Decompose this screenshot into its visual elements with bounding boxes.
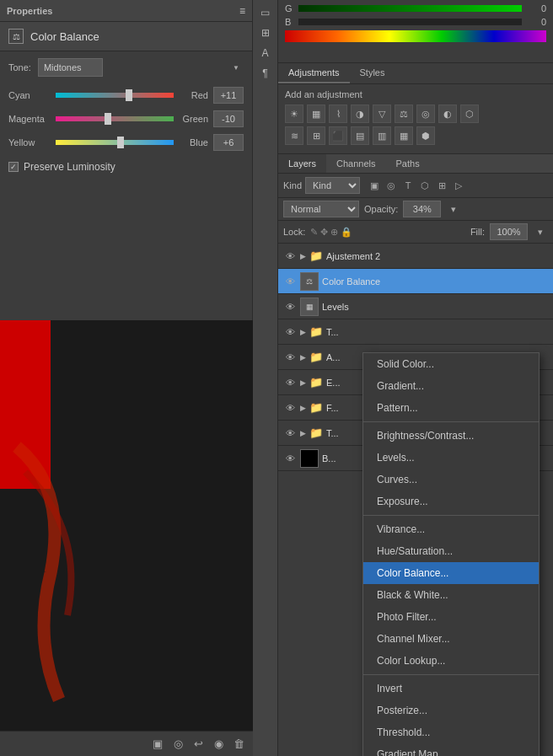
tab-layers[interactable]: Layers [278, 154, 326, 173]
layer-visibility-1[interactable]: 👁 [283, 249, 297, 263]
tool-icon-1[interactable]: ▭ [256, 3, 275, 22]
layer-visibility-3[interactable]: 👁 [283, 300, 297, 314]
layer-row-colorbalance[interactable]: 👁 ⚖ Color Balance [278, 269, 553, 294]
preserve-checkbox[interactable] [8, 162, 19, 172]
layer-visibility-e1[interactable]: 👁 [283, 376, 297, 389]
adj-icon-bw[interactable]: ◐ [438, 105, 457, 123]
layer-visibility-2[interactable]: 👁 [283, 275, 297, 288]
magenta-green-value[interactable]: -10 [213, 110, 244, 127]
menu-item-levels[interactable]: Levels... [363, 447, 539, 469]
layer-row-adjustment2[interactable]: 👁 ▶ 📁 Ajustement 2 [278, 244, 553, 269]
menu-item-colorlookup[interactable]: Color Lookup... [363, 650, 539, 672]
tab-adjustments[interactable]: Adjustments [278, 63, 350, 83]
menu-item-hue[interactable]: Hue/Saturation... [363, 540, 539, 562]
menu-item-pattern[interactable]: Pattern... [363, 397, 539, 419]
magenta-green-thumb[interactable] [105, 113, 111, 125]
lock-icon-3[interactable]: ⊕ [330, 227, 338, 238]
adj-icon-selective[interactable]: ⬢ [416, 126, 435, 145]
adj-icon-levels[interactable]: ▦ [307, 105, 325, 123]
yellow-blue-thumb[interactable] [117, 137, 124, 148]
filter-pixel-icon[interactable]: ▣ [367, 178, 382, 193]
layer-visibility-f1[interactable]: 👁 [283, 401, 297, 415]
menu-item-photofilter[interactable]: Photo Filter... [363, 606, 539, 628]
menu-item-curves[interactable]: Curves... [363, 469, 539, 491]
tone-select[interactable]: Midtones Shadows Highlights [38, 58, 103, 77]
layer-row-t1[interactable]: 👁 ▶ 📁 T... [278, 319, 553, 345]
menu-item-channelmixer[interactable]: Channel Mixer... [363, 628, 539, 650]
layer-expand-1[interactable]: ▶ [300, 252, 306, 260]
layer-expand-e1[interactable]: ▶ [300, 378, 306, 387]
menu-item-exposure[interactable]: Exposure... [363, 491, 539, 512]
adj-icon-invert[interactable]: ⬛ [329, 126, 347, 145]
fill-value[interactable]: 100% [490, 223, 528, 240]
toolbar-icon-1[interactable]: ▣ [150, 737, 165, 752]
layer-expand-f1[interactable]: ▶ [300, 404, 306, 412]
menu-item-colorbalance[interactable]: Color Balance... [363, 562, 539, 584]
yellow-blue-value[interactable]: +6 [213, 134, 244, 151]
adj-icon-photofilter[interactable]: ⬡ [460, 105, 479, 123]
menu-item-solid-color[interactable]: Solid Color... [363, 353, 539, 375]
green-label: Green [179, 114, 208, 124]
opacity-arrow[interactable]: ▾ [446, 201, 461, 217]
tab-styles[interactable]: Styles [350, 63, 395, 83]
menu-item-posterize[interactable]: Posterize... [363, 700, 539, 721]
adj-icon-posterize[interactable]: ▤ [351, 126, 369, 145]
toolbar-icon-3[interactable]: ↩ [191, 737, 206, 752]
menu-item-invert[interactable]: Invert [363, 678, 539, 700]
tab-channels[interactable]: Channels [326, 154, 385, 173]
filter-video-icon[interactable]: ▷ [451, 178, 466, 193]
menu-item-gradientmap[interactable]: Gradient Map... [363, 743, 539, 756]
cyan-red-value[interactable]: +11 [213, 87, 244, 104]
tab-paths[interactable]: Paths [386, 154, 430, 173]
tool-icon-3[interactable]: A [256, 44, 275, 62]
filter-shape-icon[interactable]: ⬡ [417, 178, 432, 193]
layer-row-levels[interactable]: 👁 ▦ Levels [278, 294, 553, 319]
yellow-blue-slider[interactable] [56, 136, 174, 149]
menu-item-threshold[interactable]: Threshold... [363, 721, 539, 743]
lock-icon-2[interactable]: ✥ [320, 227, 328, 238]
adj-icon-threshold[interactable]: ▥ [373, 126, 391, 145]
panel-menu-icon[interactable]: ≡ [239, 5, 245, 17]
adj-icon-gradmap[interactable]: ▦ [395, 126, 413, 145]
filter-type-icon[interactable]: T [400, 178, 416, 193]
menu-item-vibrance[interactable]: Vibrance... [363, 518, 539, 540]
layer-expand-t1[interactable]: ▶ [300, 328, 306, 336]
cyan-red-thumb[interactable] [126, 89, 132, 101]
toolbar-icon-5[interactable]: 🗑 [231, 737, 246, 752]
layer-expand-a1[interactable]: ▶ [300, 353, 306, 362]
panel-bottom-toolbar: ▣ ◎ ↩ ◉ 🗑 [0, 731, 253, 756]
layer-expand-t2[interactable]: ▶ [300, 429, 306, 437]
layer-visibility-a1[interactable]: 👁 [283, 351, 297, 364]
lock-icon-1[interactable]: ✎ [310, 227, 318, 238]
adj-icon-hue[interactable]: ◎ [416, 105, 435, 123]
adj-icon-channelmix[interactable]: ≋ [285, 126, 303, 145]
tool-icon-2[interactable]: ⊞ [256, 24, 275, 42]
g-value: 0 [525, 3, 546, 13]
opacity-value[interactable]: 34% [403, 201, 441, 217]
menu-item-gradient[interactable]: Gradient... [363, 375, 539, 397]
tool-icon-4[interactable]: ¶ [256, 64, 275, 83]
layers-kind-select[interactable]: Kind [305, 177, 360, 194]
menu-item-bw[interactable]: Black & White... [363, 584, 539, 606]
cyan-red-slider[interactable] [56, 88, 174, 102]
layer-visibility-t1[interactable]: 👁 [283, 325, 297, 339]
layer-visibility-t2[interactable]: 👁 [283, 426, 297, 440]
adj-icon-exposure[interactable]: ◑ [351, 105, 369, 123]
filter-adj-icon[interactable]: ◎ [384, 178, 399, 193]
adj-icon-brightness[interactable]: ☀ [285, 105, 303, 123]
adj-icon-vibrance[interactable]: ▽ [373, 105, 391, 123]
menu-item-brightness[interactable]: Brightness/Contrast... [363, 425, 539, 447]
layer-visibility-b1[interactable]: 👁 [283, 452, 297, 465]
magenta-green-slider[interactable] [56, 112, 174, 126]
levels-thumb: ▦ [300, 298, 319, 316]
toolbar-icon-4[interactable]: ◉ [211, 737, 226, 752]
blend-mode-select[interactable]: Normal Multiply Screen [283, 201, 359, 217]
adj-icon-curves[interactable]: ⌇ [329, 105, 347, 123]
fill-arrow[interactable]: ▾ [533, 224, 548, 239]
lock-icon-4[interactable]: 🔒 [341, 227, 352, 238]
toolbar-icon-2[interactable]: ◎ [170, 737, 185, 752]
adj-icon-colorlookup[interactable]: ⊞ [307, 126, 325, 145]
filter-icons: ▣ ◎ T ⬡ ⊞ ▷ [367, 178, 466, 193]
filter-smart-icon[interactable]: ⊞ [434, 178, 449, 193]
adj-icon-colorbal[interactable]: ⚖ [395, 105, 413, 123]
